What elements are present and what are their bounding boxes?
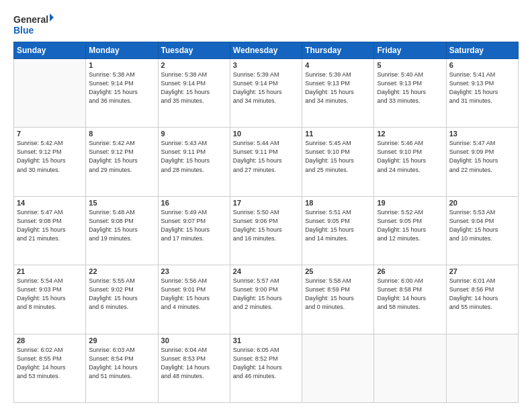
day-number: 1 <box>89 61 154 69</box>
day-number: 22 <box>89 267 154 275</box>
calendar-day-cell <box>374 334 446 402</box>
day-info: Sunrise: 5:44 AMSunset: 9:11 PMDaylight:… <box>233 139 299 174</box>
calendar-day-cell: 18Sunrise: 5:51 AMSunset: 9:05 PMDayligh… <box>302 196 374 265</box>
day-number: 21 <box>17 267 83 275</box>
day-info: Sunrise: 5:50 AMSunset: 9:06 PMDaylight:… <box>233 208 299 243</box>
calendar-day-cell: 13Sunrise: 5:47 AMSunset: 9:09 PMDayligh… <box>446 128 518 196</box>
day-info: Sunrise: 5:38 AMSunset: 9:14 PMDaylight:… <box>89 71 154 105</box>
day-info: Sunrise: 6:04 AMSunset: 8:53 PMDaylight:… <box>161 346 227 381</box>
calendar-week-row: 28Sunrise: 6:02 AMSunset: 8:55 PMDayligh… <box>14 334 519 402</box>
day-info: Sunrise: 5:52 AMSunset: 9:05 PMDaylight:… <box>377 208 443 243</box>
calendar-day-cell: 24Sunrise: 5:57 AMSunset: 9:00 PMDayligh… <box>230 265 302 334</box>
calendar-day-cell: 3Sunrise: 5:39 AMSunset: 9:14 PMDaylight… <box>230 59 302 128</box>
calendar-day-cell: 17Sunrise: 5:50 AMSunset: 9:06 PMDayligh… <box>230 196 302 265</box>
calendar-day-cell <box>302 334 374 402</box>
calendar-day-cell: 1Sunrise: 5:38 AMSunset: 9:14 PMDaylight… <box>86 59 158 128</box>
day-info: Sunrise: 5:47 AMSunset: 9:09 PMDaylight:… <box>449 139 515 174</box>
calendar-col-header: Thursday <box>302 42 374 59</box>
day-info: Sunrise: 6:03 AMSunset: 8:54 PMDaylight:… <box>89 346 154 381</box>
day-info: Sunrise: 5:49 AMSunset: 9:07 PMDaylight:… <box>161 208 227 243</box>
calendar-day-cell <box>446 334 518 402</box>
day-number: 10 <box>233 130 299 138</box>
day-number: 6 <box>449 61 515 69</box>
calendar-col-header: Saturday <box>446 42 518 59</box>
calendar-day-cell: 15Sunrise: 5:48 AMSunset: 9:08 PMDayligh… <box>86 196 158 265</box>
day-info: Sunrise: 5:55 AMSunset: 9:02 PMDaylight:… <box>89 277 154 312</box>
calendar-col-header: Monday <box>86 42 158 59</box>
day-number: 14 <box>17 199 83 207</box>
header: General Blue <box>13 12 519 36</box>
calendar-col-header: Wednesday <box>230 42 302 59</box>
calendar-day-cell: 4Sunrise: 5:39 AMSunset: 9:13 PMDaylight… <box>302 59 374 128</box>
day-info: Sunrise: 5:41 AMSunset: 9:13 PMDaylight:… <box>449 71 515 105</box>
day-info: Sunrise: 5:48 AMSunset: 9:08 PMDaylight:… <box>89 208 154 243</box>
day-number: 23 <box>161 267 227 275</box>
page: General Blue SundayMondayTuesdayWednesda… <box>0 0 532 411</box>
day-number: 4 <box>305 61 371 69</box>
day-info: Sunrise: 5:43 AMSunset: 9:11 PMDaylight:… <box>161 139 227 174</box>
day-info: Sunrise: 5:46 AMSunset: 9:10 PMDaylight:… <box>377 139 443 174</box>
calendar-day-cell: 14Sunrise: 5:47 AMSunset: 9:08 PMDayligh… <box>14 196 86 265</box>
day-number: 9 <box>161 130 227 138</box>
day-number: 7 <box>17 130 83 138</box>
logo-svg: General Blue <box>13 12 54 36</box>
day-info: Sunrise: 5:42 AMSunset: 9:12 PMDaylight:… <box>89 139 154 174</box>
day-number: 27 <box>449 267 515 275</box>
day-number: 2 <box>161 61 227 69</box>
calendar-day-cell: 7Sunrise: 5:42 AMSunset: 9:12 PMDaylight… <box>14 128 86 196</box>
day-number: 24 <box>233 267 299 275</box>
day-number: 11 <box>305 130 371 138</box>
svg-text:General: General <box>13 14 48 25</box>
calendar-day-cell: 22Sunrise: 5:55 AMSunset: 9:02 PMDayligh… <box>86 265 158 334</box>
day-number: 17 <box>233 199 299 207</box>
day-number: 12 <box>377 130 443 138</box>
svg-marker-2 <box>50 13 54 21</box>
calendar-day-cell: 10Sunrise: 5:44 AMSunset: 9:11 PMDayligh… <box>230 128 302 196</box>
day-info: Sunrise: 5:39 AMSunset: 9:14 PMDaylight:… <box>233 71 299 105</box>
day-info: Sunrise: 5:57 AMSunset: 9:00 PMDaylight:… <box>233 277 299 312</box>
day-info: Sunrise: 6:01 AMSunset: 8:56 PMDaylight:… <box>449 277 515 312</box>
calendar-day-cell: 23Sunrise: 5:56 AMSunset: 9:01 PMDayligh… <box>158 265 230 334</box>
calendar-day-cell: 6Sunrise: 5:41 AMSunset: 9:13 PMDaylight… <box>446 59 518 128</box>
calendar-day-cell: 27Sunrise: 6:01 AMSunset: 8:56 PMDayligh… <box>446 265 518 334</box>
day-number: 20 <box>449 199 515 207</box>
day-info: Sunrise: 5:47 AMSunset: 9:08 PMDaylight:… <box>17 208 83 243</box>
day-info: Sunrise: 5:53 AMSunset: 9:04 PMDaylight:… <box>449 208 515 243</box>
calendar-day-cell: 29Sunrise: 6:03 AMSunset: 8:54 PMDayligh… <box>86 334 158 402</box>
calendar-day-cell: 8Sunrise: 5:42 AMSunset: 9:12 PMDaylight… <box>86 128 158 196</box>
day-info: Sunrise: 5:45 AMSunset: 9:10 PMDaylight:… <box>305 139 371 174</box>
day-number: 29 <box>89 336 154 345</box>
day-info: Sunrise: 6:05 AMSunset: 8:52 PMDaylight:… <box>233 346 299 381</box>
day-number: 19 <box>377 199 443 207</box>
svg-text:Blue: Blue <box>13 25 34 36</box>
calendar-day-cell: 20Sunrise: 5:53 AMSunset: 9:04 PMDayligh… <box>446 196 518 265</box>
calendar-col-header: Friday <box>374 42 446 59</box>
day-info: Sunrise: 6:02 AMSunset: 8:55 PMDaylight:… <box>17 346 83 381</box>
day-info: Sunrise: 5:39 AMSunset: 9:13 PMDaylight:… <box>305 71 371 105</box>
calendar-day-cell: 2Sunrise: 5:38 AMSunset: 9:14 PMDaylight… <box>158 59 230 128</box>
day-info: Sunrise: 5:58 AMSunset: 8:59 PMDaylight:… <box>305 277 371 312</box>
calendar-week-row: 14Sunrise: 5:47 AMSunset: 9:08 PMDayligh… <box>14 196 519 265</box>
day-info: Sunrise: 6:00 AMSunset: 8:58 PMDaylight:… <box>377 277 443 312</box>
day-info: Sunrise: 5:51 AMSunset: 9:05 PMDaylight:… <box>305 208 371 243</box>
day-number: 26 <box>377 267 443 275</box>
calendar-header-row: SundayMondayTuesdayWednesdayThursdayFrid… <box>14 42 519 59</box>
day-info: Sunrise: 5:54 AMSunset: 9:03 PMDaylight:… <box>17 277 83 312</box>
calendar-day-cell: 31Sunrise: 6:05 AMSunset: 8:52 PMDayligh… <box>230 334 302 402</box>
calendar-day-cell: 19Sunrise: 5:52 AMSunset: 9:05 PMDayligh… <box>374 196 446 265</box>
day-info: Sunrise: 5:40 AMSunset: 9:13 PMDaylight:… <box>377 71 443 105</box>
calendar-day-cell: 9Sunrise: 5:43 AMSunset: 9:11 PMDaylight… <box>158 128 230 196</box>
day-number: 30 <box>161 336 227 345</box>
calendar-day-cell <box>14 59 86 128</box>
calendar-table: SundayMondayTuesdayWednesdayThursdayFrid… <box>13 42 519 403</box>
calendar-day-cell: 28Sunrise: 6:02 AMSunset: 8:55 PMDayligh… <box>14 334 86 402</box>
day-number: 15 <box>89 199 154 207</box>
calendar-day-cell: 12Sunrise: 5:46 AMSunset: 9:10 PMDayligh… <box>374 128 446 196</box>
day-number: 8 <box>89 130 154 138</box>
day-info: Sunrise: 5:38 AMSunset: 9:14 PMDaylight:… <box>161 71 227 105</box>
calendar-week-row: 1Sunrise: 5:38 AMSunset: 9:14 PMDaylight… <box>14 59 519 128</box>
day-number: 31 <box>233 336 299 345</box>
calendar-day-cell: 21Sunrise: 5:54 AMSunset: 9:03 PMDayligh… <box>14 265 86 334</box>
calendar-day-cell: 5Sunrise: 5:40 AMSunset: 9:13 PMDaylight… <box>374 59 446 128</box>
day-number: 3 <box>233 61 299 69</box>
